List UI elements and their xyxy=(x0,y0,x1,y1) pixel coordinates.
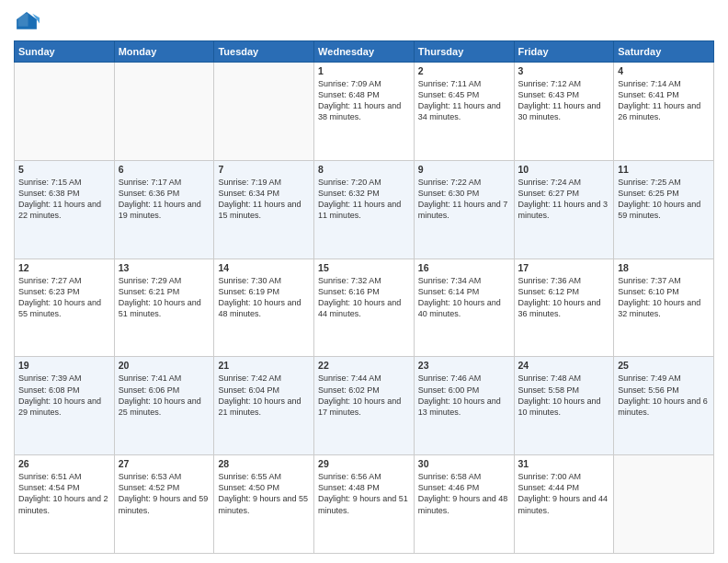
day-info: Sunrise: 7:49 AM Sunset: 5:56 PM Dayligh… xyxy=(618,373,710,418)
calendar-cell: 11Sunrise: 7:25 AM Sunset: 6:25 PM Dayli… xyxy=(614,160,714,259)
logo xyxy=(14,9,43,35)
calendar-cell: 14Sunrise: 7:30 AM Sunset: 6:19 PM Dayli… xyxy=(214,259,314,357)
day-number: 12 xyxy=(18,262,110,273)
day-info: Sunrise: 6:56 AM Sunset: 4:48 PM Dayligh… xyxy=(318,471,410,516)
day-info: Sunrise: 6:55 AM Sunset: 4:50 PM Dayligh… xyxy=(218,471,310,516)
calendar-week-row: 26Sunrise: 6:51 AM Sunset: 4:54 PM Dayli… xyxy=(15,455,714,554)
day-info: Sunrise: 7:17 AM Sunset: 6:36 PM Dayligh… xyxy=(119,177,210,222)
day-number: 2 xyxy=(418,65,510,76)
day-info: Sunrise: 7:32 AM Sunset: 6:16 PM Dayligh… xyxy=(318,275,410,320)
day-info: Sunrise: 7:48 AM Sunset: 5:58 PM Dayligh… xyxy=(518,373,610,418)
calendar-cell: 6Sunrise: 7:17 AM Sunset: 6:36 PM Daylig… xyxy=(114,160,214,259)
day-of-week-header: Friday xyxy=(514,41,614,63)
day-of-week-header: Sunday xyxy=(15,41,115,63)
calendar-cell: 27Sunrise: 6:53 AM Sunset: 4:52 PM Dayli… xyxy=(114,455,214,554)
day-number: 31 xyxy=(518,458,610,469)
day-info: Sunrise: 7:14 AM Sunset: 6:41 PM Dayligh… xyxy=(618,78,710,123)
day-number: 10 xyxy=(518,164,610,175)
calendar-cell: 2Sunrise: 7:11 AM Sunset: 6:45 PM Daylig… xyxy=(414,63,514,161)
calendar-cell: 28Sunrise: 6:55 AM Sunset: 4:50 PM Dayli… xyxy=(214,455,314,554)
calendar-week-row: 5Sunrise: 7:15 AM Sunset: 6:38 PM Daylig… xyxy=(15,160,714,259)
calendar-cell: 26Sunrise: 6:51 AM Sunset: 4:54 PM Dayli… xyxy=(15,455,115,554)
calendar-cell xyxy=(214,63,314,161)
day-info: Sunrise: 7:11 AM Sunset: 6:45 PM Dayligh… xyxy=(418,78,510,123)
calendar-cell: 15Sunrise: 7:32 AM Sunset: 6:16 PM Dayli… xyxy=(314,259,415,357)
calendar-cell xyxy=(114,63,214,161)
calendar-cell: 16Sunrise: 7:34 AM Sunset: 6:14 PM Dayli… xyxy=(414,259,514,357)
day-info: Sunrise: 7:41 AM Sunset: 6:06 PM Dayligh… xyxy=(119,373,210,418)
day-info: Sunrise: 7:09 AM Sunset: 6:48 PM Dayligh… xyxy=(318,78,410,123)
calendar-cell: 31Sunrise: 7:00 AM Sunset: 4:44 PM Dayli… xyxy=(514,455,614,554)
day-number: 16 xyxy=(418,262,510,273)
calendar-cell: 1Sunrise: 7:09 AM Sunset: 6:48 PM Daylig… xyxy=(314,63,415,161)
day-info: Sunrise: 7:00 AM Sunset: 4:44 PM Dayligh… xyxy=(518,471,610,516)
calendar-cell: 20Sunrise: 7:41 AM Sunset: 6:06 PM Dayli… xyxy=(114,357,214,455)
day-number: 27 xyxy=(119,458,210,469)
day-number: 25 xyxy=(618,360,710,371)
calendar-cell: 9Sunrise: 7:22 AM Sunset: 6:30 PM Daylig… xyxy=(414,160,514,259)
day-number: 4 xyxy=(618,65,710,76)
day-info: Sunrise: 7:19 AM Sunset: 6:34 PM Dayligh… xyxy=(218,177,310,222)
day-number: 13 xyxy=(119,262,210,273)
calendar-cell: 21Sunrise: 7:42 AM Sunset: 6:04 PM Dayli… xyxy=(214,357,314,455)
calendar-cell: 10Sunrise: 7:24 AM Sunset: 6:27 PM Dayli… xyxy=(514,160,614,259)
day-number: 29 xyxy=(318,458,410,469)
day-info: Sunrise: 7:42 AM Sunset: 6:04 PM Dayligh… xyxy=(218,373,310,418)
day-info: Sunrise: 7:22 AM Sunset: 6:30 PM Dayligh… xyxy=(418,177,510,222)
day-number: 11 xyxy=(618,164,710,175)
day-number: 18 xyxy=(618,262,710,273)
day-number: 7 xyxy=(218,164,310,175)
day-number: 28 xyxy=(218,458,310,469)
day-info: Sunrise: 6:58 AM Sunset: 4:46 PM Dayligh… xyxy=(418,471,510,516)
day-of-week-header: Wednesday xyxy=(314,41,415,63)
day-info: Sunrise: 7:25 AM Sunset: 6:25 PM Dayligh… xyxy=(618,177,710,222)
day-number: 26 xyxy=(18,458,110,469)
calendar-cell: 29Sunrise: 6:56 AM Sunset: 4:48 PM Dayli… xyxy=(314,455,415,554)
day-number: 17 xyxy=(518,262,610,273)
day-info: Sunrise: 7:30 AM Sunset: 6:19 PM Dayligh… xyxy=(218,275,310,320)
day-info: Sunrise: 7:27 AM Sunset: 6:23 PM Dayligh… xyxy=(18,275,110,320)
calendar-cell: 18Sunrise: 7:37 AM Sunset: 6:10 PM Dayli… xyxy=(614,259,714,357)
day-info: Sunrise: 7:46 AM Sunset: 6:00 PM Dayligh… xyxy=(418,373,510,418)
svg-rect-2 xyxy=(18,14,28,27)
header xyxy=(14,9,714,35)
calendar-cell: 23Sunrise: 7:46 AM Sunset: 6:00 PM Dayli… xyxy=(414,357,514,455)
calendar-cell xyxy=(15,63,115,161)
logo-icon xyxy=(14,9,40,35)
day-of-week-header: Thursday xyxy=(414,41,514,63)
calendar-cell: 5Sunrise: 7:15 AM Sunset: 6:38 PM Daylig… xyxy=(15,160,115,259)
day-info: Sunrise: 7:39 AM Sunset: 6:08 PM Dayligh… xyxy=(18,373,110,418)
day-info: Sunrise: 7:37 AM Sunset: 6:10 PM Dayligh… xyxy=(618,275,710,320)
day-number: 3 xyxy=(518,65,610,76)
calendar-cell: 25Sunrise: 7:49 AM Sunset: 5:56 PM Dayli… xyxy=(614,357,714,455)
day-number: 20 xyxy=(119,360,210,371)
day-number: 24 xyxy=(518,360,610,371)
day-of-week-header: Tuesday xyxy=(214,41,314,63)
day-number: 5 xyxy=(18,164,110,175)
day-info: Sunrise: 7:15 AM Sunset: 6:38 PM Dayligh… xyxy=(18,177,110,222)
calendar-table: SundayMondayTuesdayWednesdayThursdayFrid… xyxy=(14,40,714,554)
calendar-cell: 24Sunrise: 7:48 AM Sunset: 5:58 PM Dayli… xyxy=(514,357,614,455)
day-number: 21 xyxy=(218,360,310,371)
calendar-cell: 19Sunrise: 7:39 AM Sunset: 6:08 PM Dayli… xyxy=(15,357,115,455)
calendar-cell: 13Sunrise: 7:29 AM Sunset: 6:21 PM Dayli… xyxy=(114,259,214,357)
calendar-cell: 12Sunrise: 7:27 AM Sunset: 6:23 PM Dayli… xyxy=(15,259,115,357)
calendar-week-row: 12Sunrise: 7:27 AM Sunset: 6:23 PM Dayli… xyxy=(15,259,714,357)
calendar-week-row: 1Sunrise: 7:09 AM Sunset: 6:48 PM Daylig… xyxy=(15,63,714,161)
day-info: Sunrise: 6:53 AM Sunset: 4:52 PM Dayligh… xyxy=(119,471,210,516)
day-number: 8 xyxy=(318,164,410,175)
calendar-cell: 8Sunrise: 7:20 AM Sunset: 6:32 PM Daylig… xyxy=(314,160,415,259)
day-number: 15 xyxy=(318,262,410,273)
calendar-cell xyxy=(614,455,714,554)
day-number: 6 xyxy=(119,164,210,175)
page: SundayMondayTuesdayWednesdayThursdayFrid… xyxy=(0,0,728,563)
calendar-cell: 30Sunrise: 6:58 AM Sunset: 4:46 PM Dayli… xyxy=(414,455,514,554)
day-of-week-header: Saturday xyxy=(614,41,714,63)
day-info: Sunrise: 7:36 AM Sunset: 6:12 PM Dayligh… xyxy=(518,275,610,320)
day-number: 9 xyxy=(418,164,510,175)
day-number: 22 xyxy=(318,360,410,371)
day-info: Sunrise: 7:44 AM Sunset: 6:02 PM Dayligh… xyxy=(318,373,410,418)
days-header-row: SundayMondayTuesdayWednesdayThursdayFrid… xyxy=(15,41,714,63)
day-number: 30 xyxy=(418,458,510,469)
day-number: 23 xyxy=(418,360,510,371)
